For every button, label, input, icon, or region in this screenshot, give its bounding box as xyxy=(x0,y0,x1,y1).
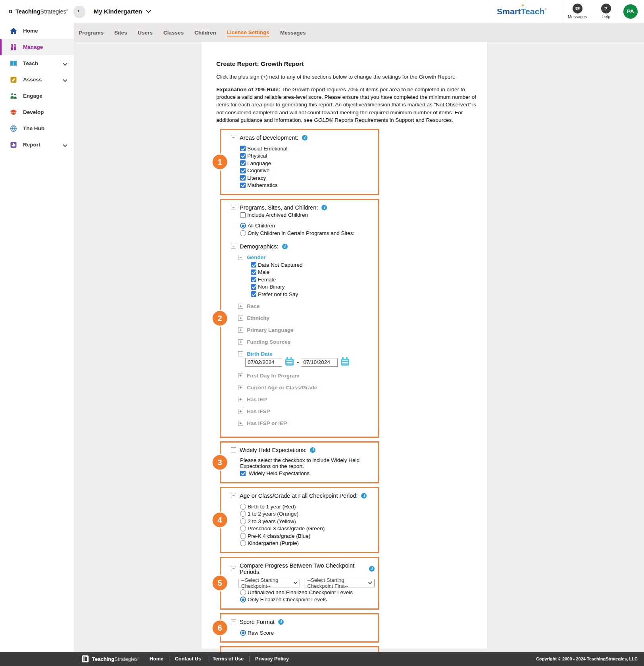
gender-checkbox-option[interactable]: Female xyxy=(251,277,375,283)
sidebar-item-teach[interactable]: Teach xyxy=(0,55,74,71)
demographic-collapsed-item[interactable]: First Day In Program xyxy=(238,373,375,379)
area-checkbox-option[interactable]: Mathematics xyxy=(240,182,375,188)
birth-date-to-input[interactable]: 07/10/2024 xyxy=(301,358,338,367)
expand-toggle-icon xyxy=(238,304,243,309)
age-grade-radio[interactable]: Preschool 3 class/grade (Green) xyxy=(240,525,375,531)
tab[interactable]: Messages xyxy=(280,28,306,37)
org-name: My Kindergarten xyxy=(94,8,142,15)
help-button[interactable]: Help xyxy=(592,4,620,19)
org-selector[interactable]: My Kindergarten xyxy=(94,8,150,15)
teachingstrategies-logo[interactable]: TeachingStrategies® xyxy=(0,6,68,17)
checkbox-checked-icon xyxy=(251,269,256,275)
age-grade-radio[interactable]: Birth to 1 year (Red) xyxy=(240,504,375,510)
collapse-toggle-icon[interactable] xyxy=(238,255,243,260)
sidebar-item-report[interactable]: Report xyxy=(0,137,74,153)
footer-link[interactable]: Home xyxy=(150,656,163,662)
collapse-toggle-icon[interactable] xyxy=(231,205,236,210)
sidebar-item-assess[interactable]: Assess xyxy=(0,71,74,88)
calendar-icon[interactable] xyxy=(285,359,294,366)
score-format-radio[interactable]: Raw Score xyxy=(240,630,375,636)
tab[interactable]: Programs xyxy=(79,28,104,37)
include-archived-checkbox[interactable]: Include Archived Children xyxy=(240,212,375,218)
collapse-toggle-icon[interactable] xyxy=(231,135,236,140)
area-checkbox-option[interactable]: Social-Emotional xyxy=(240,146,375,152)
collapse-panel-button[interactable] xyxy=(74,6,85,17)
area-checkbox-option[interactable]: Language xyxy=(240,160,375,166)
whe-instruction: Please select the checkbox to include Wi… xyxy=(240,457,375,469)
demographic-collapsed-item[interactable]: Ethnicity xyxy=(238,315,375,321)
demographic-collapsed-item[interactable]: Has IEP xyxy=(238,397,375,402)
ending-checkpoint-select[interactable]: --Select Starting Checkpoint First-- xyxy=(304,579,375,587)
annotation-2: 2 xyxy=(211,310,229,327)
info-icon[interactable] xyxy=(361,493,367,499)
demographic-collapsed-item[interactable]: Race xyxy=(238,303,375,309)
gender-checkbox-option[interactable]: Male xyxy=(251,269,375,275)
tab[interactable]: License Settings xyxy=(227,27,269,37)
tab[interactable]: Users xyxy=(138,28,153,37)
collapse-toggle-icon[interactable] xyxy=(231,493,236,498)
info-icon[interactable] xyxy=(369,566,375,572)
radio-icon xyxy=(240,223,246,229)
children-scope-radio[interactable]: All Children xyxy=(240,223,375,229)
sidebar-item-engage[interactable]: Engage xyxy=(0,88,74,104)
age-grade-radio[interactable]: 2 to 3 years (Yellow) xyxy=(240,518,375,524)
tab[interactable]: Sites xyxy=(114,28,127,37)
info-icon[interactable] xyxy=(282,244,288,249)
collapse-toggle-icon[interactable] xyxy=(231,244,236,249)
radio-icon xyxy=(240,518,246,524)
radio-icon xyxy=(240,525,246,531)
sidebar-item-home[interactable]: Home xyxy=(0,23,74,39)
whe-checkbox[interactable]: Widely Held Expectations xyxy=(240,470,375,476)
area-checkbox-option[interactable]: Physical xyxy=(240,153,375,159)
area-checkbox-option[interactable]: Cognitive xyxy=(240,167,375,173)
footer-link[interactable]: Contact Us xyxy=(169,656,201,662)
expand-toggle-icon xyxy=(238,327,243,333)
user-avatar[interactable]: PA xyxy=(623,4,638,19)
age-grade-radio[interactable]: Pre-K 4 class/grade (Blue) xyxy=(240,533,375,539)
sidebar-item-the-hub[interactable]: The Hub xyxy=(0,120,74,137)
area-checkbox-option[interactable]: Literacy xyxy=(240,175,375,181)
collapse-toggle-icon[interactable] xyxy=(231,447,236,452)
section-age-class-grade: 4 Age or Class/Grade at Fall Checkpoint … xyxy=(220,487,379,553)
radio-icon xyxy=(240,504,246,510)
demographic-collapsed-item[interactable]: Primary Language xyxy=(238,327,375,333)
age-grade-radio[interactable]: Kindergarten (Purple) xyxy=(240,540,375,546)
collapse-toggle-icon[interactable] xyxy=(231,619,236,624)
checkbox-checked-icon xyxy=(240,153,246,159)
checkpoint-level-radio[interactable]: Unfinalized and Finalized Checkpoint Lev… xyxy=(240,589,375,595)
messages-button[interactable]: Messages xyxy=(563,4,592,19)
birth-date-group-label[interactable]: Birth Date xyxy=(247,351,273,357)
demographic-collapsed-item[interactable]: Funding Sources xyxy=(238,339,375,345)
footer-link[interactable]: Terms of Use xyxy=(207,656,244,662)
info-icon[interactable] xyxy=(278,619,284,625)
annotation-6: 6 xyxy=(211,620,229,637)
checkpoint-level-radio[interactable]: Only Finalized Checkpoint Levels xyxy=(240,597,375,602)
starting-checkpoint-select[interactable]: --Select Starting Checkpoint-- xyxy=(238,579,300,587)
info-icon[interactable] xyxy=(302,135,308,141)
info-icon[interactable] xyxy=(321,205,327,210)
chevron-down-icon xyxy=(294,580,298,584)
globe-icon xyxy=(10,125,17,133)
checkbox-checked-icon xyxy=(251,277,256,282)
gender-checkbox-option[interactable]: Prefer not to Say xyxy=(251,291,375,297)
gender-checkbox-option[interactable]: Non-Binary xyxy=(251,284,375,290)
gender-checkbox-option[interactable]: Data Not Captured xyxy=(251,262,375,268)
children-scope-radio[interactable]: Only Children in Certain Programs and Si… xyxy=(240,230,375,236)
demographic-collapsed-item[interactable]: Current Age or Class/Grade xyxy=(238,385,375,391)
collapse-toggle-icon[interactable] xyxy=(231,566,236,571)
checkbox-checked-icon xyxy=(240,471,246,476)
demographic-collapsed-item[interactable]: Has IFSP xyxy=(238,408,375,414)
sidebar-item-develop[interactable]: Develop xyxy=(0,104,74,120)
sidebar-item-manage[interactable]: Manage xyxy=(0,39,74,55)
gender-group-label[interactable]: Gender xyxy=(247,254,265,260)
age-grade-radio[interactable]: 1 to 2 years (Orange) xyxy=(240,511,375,517)
tab[interactable]: Children xyxy=(194,28,216,37)
tab[interactable]: Classes xyxy=(163,28,184,37)
demographic-collapsed-item[interactable]: Has IFSP or IEP xyxy=(238,420,375,426)
calendar-icon[interactable] xyxy=(341,359,349,366)
collapse-toggle-icon[interactable] xyxy=(238,351,243,356)
footer-link[interactable]: Privacy Policy xyxy=(249,656,289,662)
info-icon[interactable] xyxy=(310,447,315,453)
birth-date-from-input[interactable]: 07/02/2024 xyxy=(245,358,282,367)
smartteach-logo: SmartTeach® xyxy=(497,7,547,16)
